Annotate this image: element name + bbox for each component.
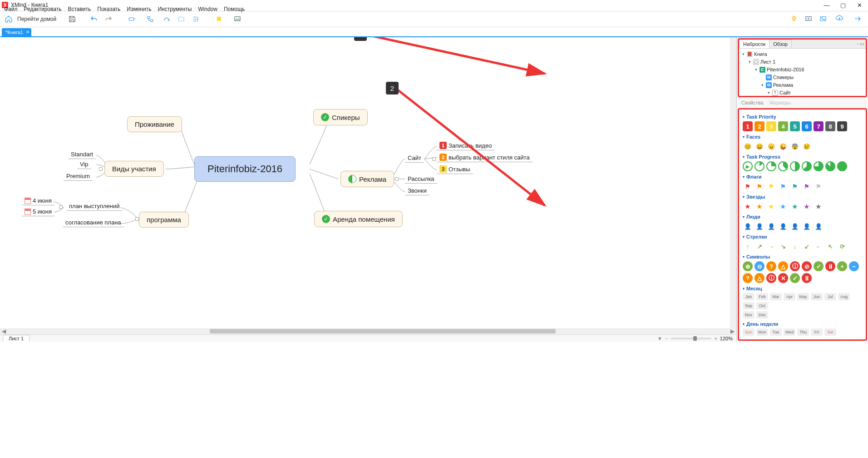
window-close[interactable]: ✕ [855,2,863,9]
marker-symbol-a2[interactable]: ? [766,261,776,271]
sub-vip[interactable]: Vip [77,160,91,169]
group-arrows[interactable]: Стрелки [743,234,862,239]
save-icon[interactable] [66,13,78,25]
marker-flag-0[interactable]: ⚑ [743,181,753,191]
marker-month-Jan[interactable]: Jan [743,293,755,300]
marker-symbol-b4[interactable]: ✓ [790,273,800,283]
central-topic[interactable]: Piterinfobiz-2016 [194,156,296,182]
topic-programma[interactable]: программа [139,212,189,228]
marker-progress-4[interactable] [790,161,800,171]
marker-month-Sep[interactable]: Sep [743,302,755,309]
marker-month-Feb[interactable]: Feb [756,293,768,300]
marker-flag-1[interactable]: ⚑ [755,181,764,191]
marker-person-0[interactable]: 👤 [743,221,753,231]
marker-arrow-0[interactable]: ↑ [743,241,753,251]
marker-face-1[interactable]: 😄 [755,141,764,151]
marker-progress-0[interactable]: ▶ [743,161,753,171]
tree-zapisat[interactable]: Записать видео [786,97,823,97]
marker-arrow-4[interactable]: ↓ [790,241,800,251]
marker-person-3[interactable]: 👤 [778,221,788,231]
marker-symbol-a0[interactable]: ⊕ [743,261,753,271]
marker-day-Wed[interactable]: Wed [784,329,795,336]
marker-face-0[interactable]: 😊 [743,141,753,151]
marker-priority-5[interactable]: 5 [790,121,800,131]
sheet-tab[interactable]: Лист 1 [3,335,30,342]
marker-symbol-b3[interactable]: ✕ [778,273,788,283]
sub-d5[interactable]: 5 июня [22,207,54,216]
marker-symbol-b1[interactable]: △ [755,273,764,283]
marker-arrow-5[interactable]: ↙ [802,241,812,251]
marker-month-Dec[interactable]: Dec [756,311,768,319]
summary-icon[interactable] [190,13,202,25]
marker-symbol-a5[interactable]: ⊘ [802,261,812,271]
group-flags[interactable]: Флаги [743,174,862,179]
marker-month-Apr[interactable]: Apr [784,293,795,300]
marker-flag-6[interactable]: ⚑ [814,181,824,191]
marker-progress-6[interactable] [814,161,824,171]
marker-symbol-b2[interactable]: ⓘ [766,273,776,283]
menu-редактировать[interactable]: Редактировать [21,5,65,13]
menu-показать[interactable]: Показать [94,5,123,13]
marker-star-4[interactable]: ★ [790,201,800,211]
marker-symbol-a7[interactable]: ⏸ [825,261,835,271]
marker-face-5[interactable]: 😢 [802,141,812,151]
marker-priority-8[interactable]: 8 [825,121,835,131]
marker-arrow-3[interactable]: ↘ [778,241,788,251]
marker-month-Jul[interactable]: Jul [824,293,836,300]
marker-priority-2[interactable]: 2 [755,121,764,131]
marker-symbol-a1[interactable]: ⊖ [755,261,764,271]
marker-face-2[interactable]: 😠 [766,141,776,151]
marker-person-6[interactable]: 👤 [814,221,824,231]
document-tab[interactable]: *Книга1 ✕ [2,28,31,36]
filter-icon[interactable]: ▼ [657,336,662,341]
marker-month-Aug[interactable]: Aug [838,293,850,300]
group-progress[interactable]: Task Progress [743,154,862,159]
group-faces[interactable]: Faces [743,134,862,139]
topic-spikery[interactable]: ✓Спикеры [313,109,368,125]
marker-priority-1[interactable]: 1 [743,121,753,131]
idea-icon[interactable] [788,13,800,25]
marker-star-0[interactable]: ★ [743,201,753,211]
image-icon[interactable] [230,13,245,25]
marker-face-4[interactable]: 😨 [790,141,800,151]
horizontal-scrollbar[interactable]: ◀ ▶ [0,328,736,334]
sub-soglas[interactable]: согласование плана [63,218,124,227]
window-maximize[interactable]: ▢ [839,2,847,9]
marker-star-5[interactable]: ★ [802,201,812,211]
marker-symbol-b0[interactable]: ? [743,273,753,283]
tab-nabrosok[interactable]: Набросок [739,40,769,48]
marker-symbol-a9[interactable]: − [849,261,859,271]
menu-помощь[interactable]: Помощь [221,5,248,13]
gantt-icon[interactable] [817,13,829,25]
share-icon[interactable] [850,13,865,25]
marker-symbol-b5[interactable]: ⏸ [802,273,812,283]
marker-star-1[interactable]: ★ [755,201,764,211]
marker-arrow-7[interactable]: ↖ [825,241,835,251]
marker-person-2[interactable]: 👤 [766,221,776,231]
sub-standart[interactable]: Standart [68,150,96,159]
marker-flag-2[interactable]: ⚑ [766,181,776,191]
tree-sait[interactable]: Сайт [779,89,791,97]
topic-vidy[interactable]: Виды участия [104,161,164,177]
marker-progress-5[interactable] [802,161,812,171]
marker-month-Jun[interactable]: Jun [811,293,823,300]
marker-day-Sat[interactable]: Sat [824,329,836,336]
marker-arrow-8[interactable]: ⟳ [837,241,847,251]
tree-root[interactable]: Piterinfobiz-2016 [767,66,804,74]
vertical-scrollbar[interactable] [730,37,736,328]
zoom-slider[interactable] [671,338,711,339]
marker-month-Mar[interactable]: Mar [770,293,782,300]
marker-progress-8[interactable] [837,161,847,171]
sub-d4[interactable]: 4 июня [22,196,54,205]
menu-файл[interactable]: Файл [1,5,21,13]
present-icon[interactable] [803,13,814,25]
group-month[interactable]: Месяц [743,286,862,291]
tab-svoistva[interactable]: Свойства [739,99,766,106]
tree-spikery[interactable]: Спикеры [773,74,794,81]
subtopic-icon[interactable] [143,13,158,25]
marker-priority-7[interactable]: 7 [814,121,824,131]
marker-priority-4[interactable]: 4 [778,121,788,131]
marker-arrow-2[interactable]: → [766,241,776,251]
tree-reklama[interactable]: Реклама [773,81,793,89]
marker-face-3[interactable]: 😜 [778,141,788,151]
